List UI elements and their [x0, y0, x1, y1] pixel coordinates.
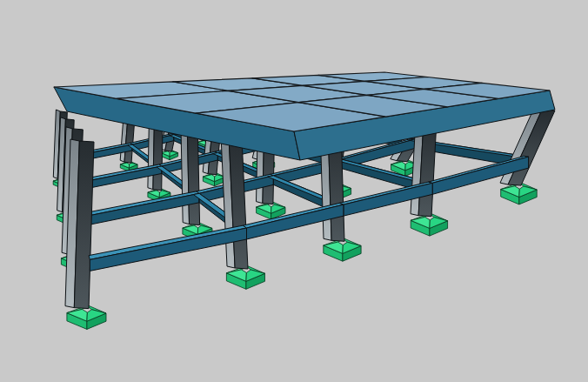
model-canvas[interactable] — [0, 0, 588, 382]
column-front-face[interactable] — [187, 126, 199, 225]
structural-model — [0, 0, 588, 382]
model-viewport[interactable] — [0, 0, 588, 382]
